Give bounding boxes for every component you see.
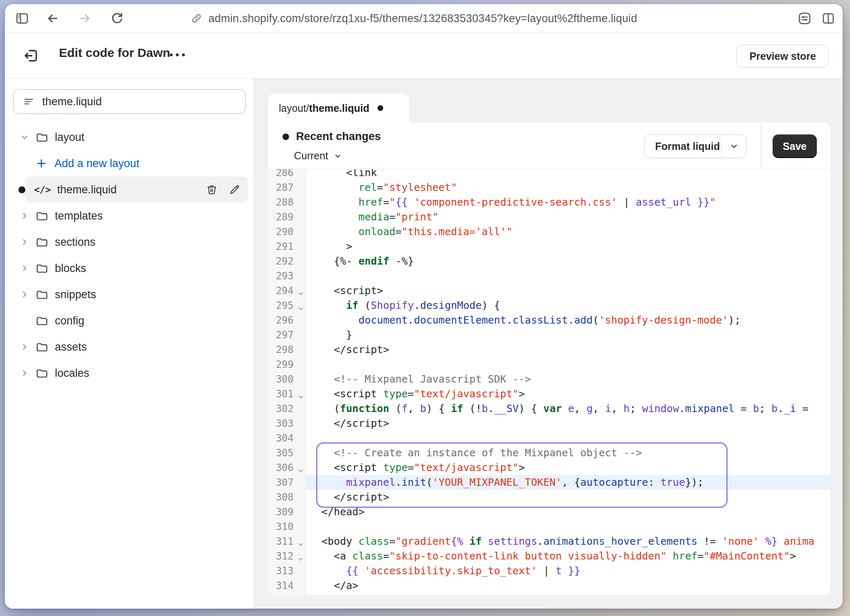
fold-toggle[interactable]	[297, 390, 305, 398]
code-line[interactable]: 300 <!-- Mixpanel Javascript SDK -->	[268, 372, 830, 387]
more-menu-button[interactable]	[169, 48, 188, 61]
code-line-text[interactable]: <!-- Mixpanel Javascript SDK -->	[306, 372, 830, 387]
code-line-text[interactable]: </script>	[306, 416, 830, 431]
code-line-text[interactable]	[306, 519, 830, 534]
code-line-text[interactable]: (function (f, b) { if (!b.__SV) { var e,…	[306, 401, 830, 416]
sidebar-item-theme-liquid[interactable]: </>theme.liquid	[5, 177, 253, 203]
code-line[interactable]: 297 }	[268, 328, 830, 342]
code-line[interactable]: 313 {{ 'accessibility.skip_to_text' | t …	[268, 564, 830, 578]
code-line-text[interactable]: href="{{ 'component-predictive-search.cs…	[306, 195, 830, 210]
code-line[interactable]: 295 if (Shopify.designMode) {	[268, 298, 830, 313]
code-line-text[interactable]: >	[306, 239, 830, 254]
rename-file-button[interactable]	[228, 183, 241, 196]
file-search-box[interactable]	[13, 89, 246, 114]
exit-code-editor-button[interactable]	[23, 48, 39, 64]
code-line[interactable]: 299	[268, 357, 830, 372]
code-line-text[interactable]: <a class="skip-to-content-link button vi…	[306, 549, 830, 564]
chevron-right-icon[interactable]	[20, 237, 29, 247]
code-line[interactable]: 312 <a class="skip-to-content-link butto…	[268, 549, 830, 564]
url-bar[interactable]: admin.shopify.com/store/rzq1xu-f5/themes…	[190, 4, 637, 33]
sidebar-item-layout[interactable]: layout	[5, 124, 253, 150]
sidebar-item-config[interactable]: config	[5, 308, 253, 334]
forward-icon[interactable]	[78, 11, 93, 26]
file-search-input[interactable]	[42, 95, 222, 108]
chevron-right-icon[interactable]	[20, 368, 29, 378]
code-line[interactable]: 302 (function (f, b) { if (!b.__SV) { va…	[268, 401, 830, 416]
split-view-icon[interactable]	[821, 11, 836, 26]
code-line[interactable]: 309 </head>	[268, 505, 830, 519]
chevron-down-icon[interactable]	[297, 290, 305, 298]
code-line[interactable]: 298 </script>	[268, 342, 830, 357]
sidebar-toggle-icon[interactable]	[15, 11, 29, 26]
code-line[interactable]: 305 <!-- Create an instance of the Mixpa…	[268, 446, 830, 460]
code-line[interactable]: 310	[268, 519, 830, 534]
chevron-right-icon[interactable]	[20, 290, 29, 299]
back-icon[interactable]	[45, 11, 60, 26]
code-line[interactable]: 306 <script type="text/javascript">	[268, 460, 830, 475]
code-line-text[interactable]: onload="this.media='all'"	[306, 224, 830, 239]
code-line[interactable]: 314 </a>	[268, 578, 830, 593]
fold-toggle[interactable]	[297, 553, 305, 560]
sidebar-item-locales[interactable]: locales	[5, 360, 253, 386]
code-line[interactable]: 307 mixpanel.init('YOUR_MIXPANEL_TOKEN',…	[268, 475, 830, 490]
code-line-text[interactable]: <script type="text/javascript">	[306, 460, 830, 475]
code-line[interactable]: 308 </script>	[268, 490, 830, 505]
code-line-text[interactable]	[306, 431, 830, 446]
code-line-text[interactable]: </a>	[306, 578, 830, 593]
version-select[interactable]: Current	[294, 150, 342, 162]
code-line-text[interactable]: </script>	[306, 490, 830, 505]
code-line[interactable]: 288 href="{{ 'component-predictive-searc…	[268, 195, 830, 210]
save-button[interactable]: Save	[773, 134, 817, 158]
code-line-text[interactable]: <script type="text/javascript">	[306, 387, 830, 401]
chevron-right-icon[interactable]	[20, 211, 29, 221]
chevron-down-icon[interactable]	[297, 305, 305, 313]
code-line-text[interactable]: {%- endif -%}	[306, 254, 830, 269]
chevron-right-icon[interactable]	[20, 342, 29, 352]
sidebar-item-sections[interactable]: sections	[5, 229, 253, 255]
code-line[interactable]: 293	[268, 269, 830, 283]
code-line-text[interactable]: media="print"	[306, 210, 830, 224]
chevron-right-icon[interactable]	[20, 263, 29, 273]
code-line[interactable]: 287 rel="stylesheet"	[268, 180, 830, 195]
code-line-text[interactable]: if (Shopify.designMode) {	[306, 298, 830, 313]
code-line-text[interactable]: document.documentElement.classList.add('…	[306, 313, 830, 328]
selected-file-row[interactable]: </>theme.liquid	[25, 177, 248, 203]
code-line-text[interactable]: {{ 'accessibility.skip_to_text' | t }}	[306, 564, 830, 578]
fold-toggle[interactable]	[297, 538, 305, 546]
sidebar-item-add-new-layout[interactable]: Add a new layout	[5, 150, 253, 177]
chevron-down-icon[interactable]	[297, 467, 305, 475]
code-line-text[interactable]: <!-- Create an instance of the Mixpanel …	[306, 446, 830, 460]
fold-toggle[interactable]	[297, 464, 305, 472]
code-editor[interactable]: 286 <link287 rel="stylesheet"288 href="{…	[268, 169, 830, 595]
code-line[interactable]: 290 onload="this.media='all'"	[268, 224, 830, 239]
format-liquid-chevron[interactable]	[721, 135, 746, 158]
code-line-text[interactable]	[306, 269, 830, 283]
code-line-text[interactable]: </script>	[306, 342, 830, 357]
format-liquid-button[interactable]: Format liquid	[644, 134, 746, 158]
sidebar-item-snippets[interactable]: snippets	[5, 281, 253, 308]
code-line[interactable]: 296 document.documentElement.classList.a…	[268, 313, 830, 328]
preview-store-button[interactable]: Preview store	[737, 45, 829, 68]
sidebar-item-templates[interactable]: templates	[5, 203, 253, 229]
code-line[interactable]: 292 {%- endif -%}	[268, 254, 830, 269]
code-line[interactable]: 303 </script>	[268, 416, 830, 431]
code-line-text[interactable]: <script>	[306, 283, 830, 298]
code-line[interactable]: 304	[268, 431, 830, 446]
code-line[interactable]: 301 <script type="text/javascript">	[268, 387, 830, 401]
sidebar-item-blocks[interactable]: blocks	[5, 255, 253, 281]
code-line[interactable]: 311 <body class="gradient{% if settings.…	[268, 534, 830, 549]
code-line-text[interactable]: mixpanel.init('YOUR_MIXPANEL_TOKEN', {au…	[306, 475, 830, 490]
code-line-text[interactable]: }	[306, 328, 830, 342]
code-line-text[interactable]	[306, 357, 830, 372]
code-line[interactable]: 291 >	[268, 239, 830, 254]
code-line[interactable]: 294 <script>	[268, 283, 830, 298]
delete-file-button[interactable]	[206, 183, 218, 196]
code-line-text[interactable]: <link	[306, 169, 830, 180]
sidebar-item-assets[interactable]: assets	[5, 334, 253, 360]
tune-icon[interactable]	[797, 11, 812, 26]
chevron-down-icon[interactable]	[297, 393, 305, 401]
code-line-text[interactable]: rel="stylesheet"	[306, 180, 830, 195]
code-line-text[interactable]: </head>	[306, 505, 830, 519]
chevron-down-icon[interactable]	[297, 541, 305, 548]
code-line-text[interactable]: <body class="gradient{% if settings.anim…	[306, 534, 830, 549]
